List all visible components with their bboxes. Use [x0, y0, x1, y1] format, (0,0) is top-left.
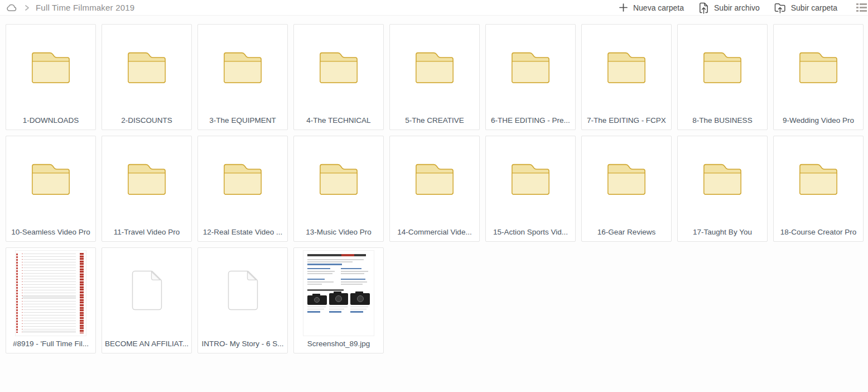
- tile-label: 14-Commercial Vide...: [393, 228, 476, 236]
- folder-icon: [318, 162, 359, 195]
- folder-tile[interactable]: 13-Music Video Pro: [293, 136, 384, 242]
- file-grid: 1-DOWNLOADS 2-DISCOUNTS 3-The EQUIPMENT …: [0, 16, 868, 359]
- folder-tile[interactable]: 18-Course Creator Pro: [773, 136, 864, 242]
- tile-label: 12-Real Estate Video ...: [201, 228, 284, 236]
- toolbar: Full Time Filmmaker 2019 Nueva carpeta S…: [0, 0, 868, 16]
- tile-label: 5-The CREATIVE: [393, 116, 476, 125]
- file-upload-icon: [698, 2, 709, 14]
- folder-icon: [30, 162, 71, 195]
- file-tile[interactable]: #8919 - 'Full Time Fil...: [6, 247, 96, 353]
- image-preview-thumbnail: [303, 250, 374, 336]
- plus-icon: [619, 3, 628, 12]
- folder-icon: [126, 162, 167, 195]
- folder-tile[interactable]: 7-The EDITING - FCPX: [581, 24, 672, 130]
- folder-tile[interactable]: 8-The BUSINESS: [677, 24, 768, 130]
- chevron-right-icon: [23, 4, 30, 12]
- file-icon: [226, 269, 259, 312]
- folder-icon: [222, 50, 263, 84]
- document-preview-thumbnail: [15, 250, 86, 336]
- tile-label: BECOME AN AFFILIAT...: [105, 340, 189, 348]
- list-view-icon[interactable]: [856, 3, 867, 12]
- upload-file-button[interactable]: Subir archivo: [698, 2, 760, 14]
- folder-tile[interactable]: 17-Taught By You: [677, 136, 768, 242]
- folder-icon: [30, 50, 71, 84]
- folder-tile[interactable]: 11-Travel Video Pro: [102, 136, 192, 242]
- folder-tile[interactable]: 6-THE EDITING - Pre...: [485, 24, 576, 130]
- tile-label: 1-DOWNLOADS: [9, 116, 93, 125]
- folder-tile[interactable]: 12-Real Estate Video ...: [197, 136, 288, 242]
- folder-icon: [510, 50, 551, 84]
- folder-icon: [318, 50, 359, 84]
- tile-label: 11-Travel Video Pro: [105, 228, 189, 236]
- tile-label: INTRO- My Story - 6 S...: [201, 340, 284, 348]
- folder-icon: [702, 50, 743, 84]
- folder-icon: [414, 162, 455, 195]
- folder-tile[interactable]: 15-Action Sports Vid...: [485, 136, 576, 242]
- tile-label: 2-DISCOUNTS: [105, 116, 189, 125]
- folder-icon: [606, 50, 647, 84]
- file-tile[interactable]: BECOME AN AFFILIAT...: [102, 247, 192, 353]
- tile-label: 10-Seamless Video Pro: [9, 228, 93, 236]
- folder-icon: [510, 162, 551, 195]
- file-tile[interactable]: Screenshot_89.jpg: [293, 247, 384, 353]
- folder-icon: [222, 162, 263, 195]
- new-folder-label: Nueva carpeta: [633, 3, 684, 12]
- file-icon: [130, 269, 163, 312]
- page-title: Full Time Filmmaker 2019: [36, 3, 134, 12]
- upload-file-label: Subir archivo: [714, 3, 760, 12]
- tile-label: 6-THE EDITING - Pre...: [489, 116, 572, 125]
- tile-label: 8-The BUSINESS: [681, 116, 764, 125]
- folder-upload-icon: [774, 2, 786, 13]
- tile-label: 7-The EDITING - FCPX: [585, 116, 668, 125]
- new-folder-button[interactable]: Nueva carpeta: [619, 3, 684, 12]
- folder-tile[interactable]: 5-The CREATIVE: [389, 24, 480, 130]
- tile-label: 4-The TECHNICAL: [297, 116, 380, 125]
- tile-label: 16-Gear Reviews: [585, 228, 668, 236]
- folder-icon: [414, 50, 455, 84]
- tile-label: Screenshot_89.jpg: [297, 340, 380, 348]
- folder-tile[interactable]: 3-The EQUIPMENT: [197, 24, 288, 130]
- tile-label: 9-Wedding Video Pro: [777, 116, 860, 125]
- cloud-icon[interactable]: [6, 3, 18, 12]
- file-tile[interactable]: INTRO- My Story - 6 S...: [197, 247, 288, 353]
- folder-tile[interactable]: 2-DISCOUNTS: [102, 24, 192, 130]
- tile-label: 15-Action Sports Vid...: [489, 228, 572, 236]
- breadcrumb: Full Time Filmmaker 2019: [6, 3, 134, 12]
- folder-icon: [798, 162, 839, 195]
- folder-tile[interactable]: 4-The TECHNICAL: [293, 24, 384, 130]
- tile-label: 3-The EQUIPMENT: [201, 116, 284, 125]
- folder-icon: [798, 50, 839, 84]
- folder-icon: [606, 162, 647, 195]
- upload-folder-button[interactable]: Subir carpeta: [774, 2, 837, 13]
- folder-tile[interactable]: 10-Seamless Video Pro: [6, 136, 96, 242]
- folder-tile[interactable]: 9-Wedding Video Pro: [773, 24, 864, 130]
- folder-tile[interactable]: 14-Commercial Vide...: [389, 136, 480, 242]
- upload-folder-label: Subir carpeta: [791, 3, 837, 12]
- tile-label: 18-Course Creator Pro: [777, 228, 860, 236]
- toolbar-actions: Nueva carpeta Subir archivo Subir carpet…: [619, 2, 865, 14]
- folder-icon: [702, 162, 743, 195]
- tile-label: 17-Taught By You: [681, 228, 764, 236]
- folder-tile[interactable]: 1-DOWNLOADS: [6, 24, 96, 130]
- tile-label: #8919 - 'Full Time Fil...: [9, 340, 93, 348]
- folder-icon: [126, 50, 167, 84]
- tile-label: 13-Music Video Pro: [297, 228, 380, 236]
- folder-tile[interactable]: 16-Gear Reviews: [581, 136, 672, 242]
